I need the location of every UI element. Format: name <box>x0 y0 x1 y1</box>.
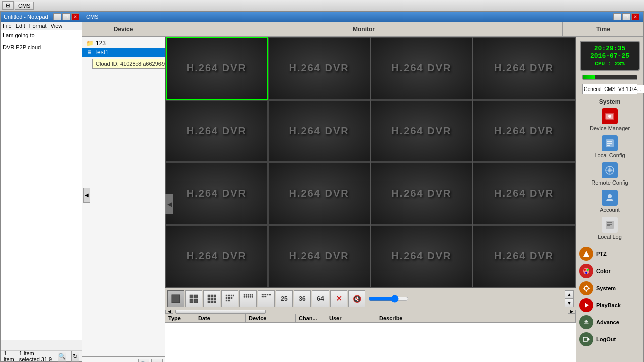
scroll-arrows: ▲ ▼ <box>565 290 574 307</box>
scroll-thumb[interactable] <box>175 310 266 314</box>
monitor-cell-13[interactable]: H.264 DVR <box>268 225 370 288</box>
layout-5x5-button[interactable] <box>239 290 257 307</box>
dvr-label-7: H.264 DVR <box>494 125 554 137</box>
monitor-grid: H.264 DVRH.264 DVRH.264 DVRH.264 DVRH.26… <box>165 37 576 288</box>
layout-4x4-button[interactable] <box>221 290 238 307</box>
scroll-down-button[interactable]: ▼ <box>565 299 574 307</box>
monitor-cell-4[interactable]: H.264 DVR <box>166 100 268 162</box>
dvr-label-14: H.264 DVR <box>391 250 451 262</box>
svg-rect-39 <box>262 296 263 297</box>
advance-label: Advance <box>596 319 619 325</box>
monitor-cell-10[interactable]: H.264 DVR <box>371 162 473 225</box>
account-button[interactable]: Account <box>580 188 640 215</box>
advance-icon <box>579 315 593 329</box>
layout-2x2-button[interactable] <box>185 290 202 307</box>
logout-button[interactable]: LogOut <box>576 331 643 348</box>
tree-item-test1[interactable]: 🖥 Test1 Cloud ID: 41028c8fa6629693 <box>82 48 165 57</box>
monitor-cell-1[interactable]: H.264 DVR <box>268 37 370 100</box>
svg-rect-0 <box>172 295 180 303</box>
cms-maximize-button[interactable]: □ <box>622 13 630 20</box>
layout-25-button[interactable]: 25 <box>276 290 293 307</box>
menu-view[interactable]: View <box>51 23 63 29</box>
svg-point-62 <box>585 272 587 274</box>
svg-rect-18 <box>226 297 227 299</box>
scroll-right-button[interactable]: ▶ <box>568 310 576 314</box>
cpu-progress-bar <box>582 75 637 80</box>
dvr-label-2: H.264 DVR <box>391 62 451 74</box>
monitor-cell-3[interactable]: H.264 DVR <box>473 37 575 100</box>
notepad-refresh-button[interactable]: ↻ <box>71 351 79 362</box>
menu-edit[interactable]: Edit <box>16 23 25 29</box>
close-all-button[interactable]: ✕ <box>330 290 347 307</box>
svg-rect-32 <box>252 296 253 298</box>
ptz-button[interactable]: PTZ <box>576 245 643 262</box>
ptz-label: PTZ <box>596 251 607 257</box>
device-manager-button[interactable]: Device Manager <box>580 106 640 133</box>
svg-rect-13 <box>214 301 216 303</box>
playback-button[interactable]: PlayBack <box>576 297 643 314</box>
dvr-label-8: H.264 DVR <box>187 188 247 199</box>
advance-button[interactable]: Advance <box>576 314 643 331</box>
cpu-progress-fill <box>583 75 595 79</box>
monitor-cell-14[interactable]: H.264 DVR <box>371 225 473 288</box>
layout-64-button[interactable]: 64 <box>312 290 329 307</box>
monitor-side-arrow-left[interactable]: ◀ <box>165 194 173 214</box>
menu-format[interactable]: Format <box>29 23 47 29</box>
notepad-close-button[interactable]: ✕ <box>71 13 79 20</box>
monitor-cell-12[interactable]: H.264 DVR <box>166 225 268 288</box>
menu-file[interactable]: File <box>3 23 12 29</box>
log-col-user: User <box>326 314 376 322</box>
remote-config-button[interactable]: Remote Config <box>580 160 640 188</box>
svg-marker-58 <box>583 251 589 257</box>
start-button[interactable]: ⊞ <box>2 1 14 10</box>
tree-item-123[interactable]: 📁 123 <box>82 39 165 48</box>
svg-rect-24 <box>246 294 247 296</box>
left-panel-scroll-arrow[interactable]: ◀ <box>83 188 90 203</box>
color-button[interactable]: Color <box>576 262 643 280</box>
svg-rect-27 <box>252 294 253 296</box>
audio-button[interactable]: 🔇 <box>348 290 365 307</box>
svg-rect-33 <box>262 294 263 295</box>
monitor-cell-15[interactable]: H.264 DVR <box>473 225 575 288</box>
layout-1x1-button[interactable] <box>167 290 184 307</box>
refresh-panel-button[interactable]: ↻ <box>151 359 163 363</box>
local-log-button[interactable]: Local Log <box>580 215 640 242</box>
system-menu-label: System <box>596 285 616 291</box>
svg-rect-36 <box>267 294 268 295</box>
monitor-cell-8[interactable]: H.264 DVR <box>166 162 268 225</box>
monitor-icon: 🖥 <box>86 49 92 56</box>
layout-6x6-button[interactable] <box>258 290 275 307</box>
cms-search-bar[interactable]: 🔍 <box>582 84 637 94</box>
notepad-content-area[interactable]: I am going to DVR P2P cloud <box>1 30 83 340</box>
notepad-maximize-button[interactable]: □ <box>62 13 70 20</box>
monitor-cell-6[interactable]: H.264 DVR <box>371 100 473 162</box>
monitor-cell-9[interactable]: H.264 DVR <box>268 162 370 225</box>
cms-close-button[interactable]: ✕ <box>631 13 639 20</box>
cms-minimize-button[interactable]: _ <box>613 13 621 20</box>
ptz-icon <box>579 247 593 261</box>
svg-rect-28 <box>244 296 245 298</box>
scroll-left-button[interactable]: ◀ <box>165 310 173 314</box>
volume-slider[interactable] <box>368 295 409 303</box>
monitor-cell-0[interactable]: H.264 DVR <box>166 37 268 100</box>
color-label: Color <box>596 268 611 274</box>
cms-search-input[interactable] <box>583 85 644 93</box>
monitor-cell-7[interactable]: H.264 DVR <box>473 100 575 162</box>
local-config-icon <box>602 135 618 151</box>
layout-3x3-button[interactable] <box>203 290 220 307</box>
monitor-cell-11[interactable]: H.264 DVR <box>473 162 575 225</box>
device-manager-label: Device Manager <box>590 125 630 131</box>
local-config-button[interactable]: Local Config <box>580 133 640 160</box>
layout-36-button[interactable]: 36 <box>294 290 311 307</box>
search-panel-button[interactable]: 🔍 <box>138 359 149 363</box>
notepad-search-button[interactable]: 🔍 <box>58 351 66 362</box>
monitor-cell-5[interactable]: H.264 DVR <box>268 100 370 162</box>
svg-point-63 <box>584 286 588 290</box>
notepad-minimize-button[interactable]: _ <box>53 13 61 20</box>
scroll-up-button[interactable]: ▲ <box>565 290 574 299</box>
log-col-date: Date <box>195 314 246 322</box>
monitor-cell-2[interactable]: H.264 DVR <box>371 37 473 100</box>
taskbar-item-cms[interactable]: CMS <box>15 2 34 10</box>
system-button[interactable]: System <box>576 280 643 297</box>
svg-rect-19 <box>228 297 230 299</box>
